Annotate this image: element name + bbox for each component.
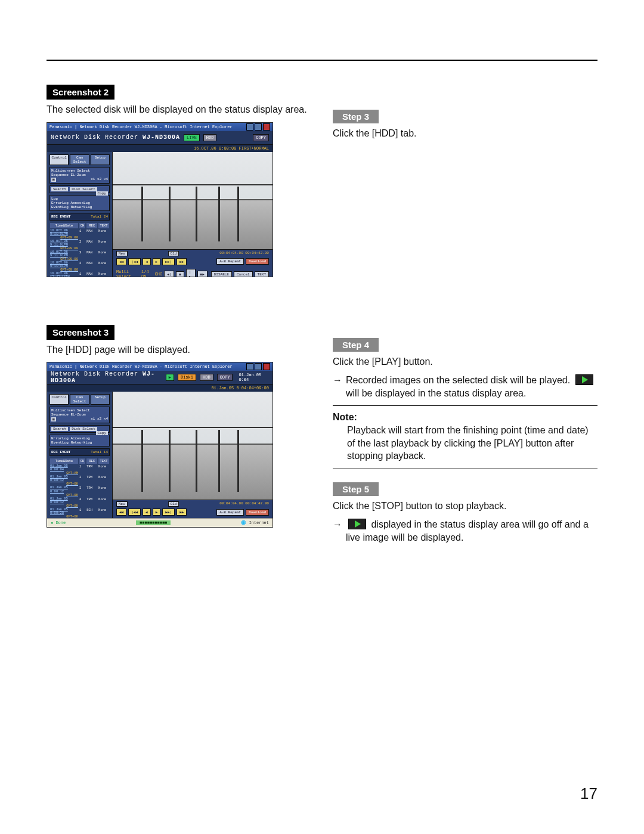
- new-button[interactable]: New: [116, 501, 128, 507]
- search-button[interactable]: Search: [51, 187, 68, 191]
- tab-control[interactable]: Control: [49, 154, 69, 165]
- text-button[interactable]: TEXT: [255, 271, 269, 277]
- event-row[interactable]: 16.OCT.06 12:42:16PMGMT+09:001MANNone: [49, 272, 110, 277]
- disk-indicator: Disk1: [178, 374, 196, 381]
- step4-label: Step 4: [333, 338, 379, 352]
- cancel-button[interactable]: Cancel: [234, 271, 253, 277]
- maximize-icon[interactable]: [255, 363, 262, 370]
- step-fwd-button[interactable]: |▶: [186, 269, 196, 277]
- window-titlebar: Panasonic | Network Disk Recorder WJ-ND3…: [47, 123, 273, 131]
- play-indicator-icon: [575, 374, 593, 385]
- ff-button[interactable]: ▶▶: [177, 258, 187, 265]
- hdd-indicator: HDD: [203, 134, 217, 141]
- tab-setup[interactable]: Setup: [91, 394, 110, 405]
- rec-button[interactable]: ■▶: [197, 271, 208, 277]
- right-column: Step 3 Click the [HDD] tab.: [333, 85, 597, 295]
- new-button[interactable]: New: [116, 251, 128, 256]
- play-button[interactable]: ▶: [153, 509, 161, 516]
- copy-indicator: COPY: [253, 134, 269, 141]
- ab-repeat-button[interactable]: A-B Repeat: [216, 509, 244, 516]
- download-button[interactable]: Download: [246, 509, 269, 516]
- live-indicator: LIVE: [184, 134, 200, 141]
- step-back-button[interactable]: ◀|: [164, 271, 174, 277]
- done-label: ● Done: [51, 520, 66, 525]
- tab-setup[interactable]: Setup: [91, 154, 110, 165]
- ab-repeat-button[interactable]: A-B Repeat: [216, 258, 244, 265]
- rec-event-header-b: REC EVENT Total 14: [49, 448, 110, 456]
- ff-button[interactable]: ▶▶: [177, 509, 187, 516]
- back-button[interactable]: ◀: [143, 258, 151, 265]
- step5-result-text: displayed in the status display area wil…: [346, 519, 589, 542]
- event-row[interactable]: 01.Jan.05 0:00:04GMT+AM1TRMNone: [49, 464, 110, 475]
- close-icon[interactable]: [263, 363, 270, 370]
- left-column-2: Screenshot 3 The [HDD] page will be disp…: [47, 325, 311, 550]
- arrow-icon: →: [333, 374, 346, 387]
- log-group: Log ErrorLog AccessLog EventLog NetworkL…: [49, 195, 110, 211]
- timestamp-range: 00:04:04.00 00:04:42.00: [219, 251, 269, 256]
- screenshot3-caption: The [HDD] page will be displayed.: [47, 343, 311, 356]
- panel-tabs-b: Control Cam Select Setup: [49, 394, 110, 405]
- copy-button[interactable]: Copy: [96, 191, 108, 196]
- section-screenshot3: Screenshot 3 The [HDD] page will be disp…: [47, 325, 597, 550]
- minimize-icon[interactable]: [246, 363, 253, 370]
- prev-button[interactable]: |◀◀: [128, 509, 141, 516]
- close-icon[interactable]: [263, 123, 270, 131]
- search-group-b: Search Disk Select Copy: [49, 425, 110, 433]
- back-button[interactable]: ◀: [143, 509, 151, 516]
- copy-button[interactable]: Copy: [96, 431, 108, 435]
- screenshot-label: Screenshot 2: [47, 85, 114, 100]
- event-row[interactable]: 16.OCT.06 9:11:01PMGMT+09:004MANNone: [49, 261, 110, 272]
- rew-button[interactable]: ◀◀: [116, 258, 126, 265]
- event-row[interactable]: 01.Jan.05 0:00:12GMT+OK3TRMNone: [49, 486, 110, 497]
- status-display: 16.OCT.06 0:00:00 FIRST+NORMAL: [47, 145, 273, 152]
- disk-select-button[interactable]: Disk Select: [70, 187, 97, 191]
- step4-result: → Recorded images on the selected disk w…: [333, 374, 597, 399]
- minimize-icon[interactable]: [246, 123, 253, 131]
- maximize-icon[interactable]: [255, 123, 262, 131]
- multiscreen-icon[interactable]: ▦: [51, 417, 56, 421]
- step5-result: → displayed in the status display area w…: [333, 518, 597, 544]
- app-header: Network Disk Recorder WJ-ND300A LIVE HDD…: [47, 131, 273, 145]
- search-button[interactable]: Search: [51, 427, 68, 431]
- next-button[interactable]: ▶▶|: [162, 509, 175, 516]
- left-panel: Control Cam Select Setup Multiscreen Sel…: [47, 152, 113, 277]
- old-button[interactable]: Old: [168, 501, 179, 507]
- multiscreen-icon[interactable]: ▦: [51, 178, 56, 182]
- timestamp-range-b: 00:04:04.00 00:04:42.00: [219, 501, 269, 507]
- event-row[interactable]: 01.Jan.05 0:00:12GMT+OK4TRMNone: [49, 497, 110, 508]
- play-button[interactable]: ▶: [153, 258, 161, 265]
- disable-button[interactable]: DISABLE: [211, 271, 232, 277]
- app-screenshot-2: Panasonic | Network Disk Recorder WJ-ND3…: [47, 122, 273, 277]
- download-button[interactable]: Download: [246, 258, 269, 265]
- old-button[interactable]: Old: [168, 251, 179, 256]
- event-row[interactable]: 01.Jan.05 0:00:12GMT+OK2TRMNone: [49, 475, 110, 486]
- event-row[interactable]: 16.OCT.06 9:11:01PMGMT+09:002MANNone: [49, 240, 110, 250]
- left-column: Screenshot 2 The selected disk will be d…: [47, 85, 311, 295]
- event-row[interactable]: 01.Jan.05 0:00:28GMT+OK1SCHNone: [49, 508, 110, 519]
- browser-statusbar: ● Done ■■■■■■■■■■■ 🌐 Internet: [47, 518, 273, 527]
- model-label-b: Network Disk Recorder WJ-ND300A: [51, 371, 162, 384]
- next-button[interactable]: ▶▶|: [162, 258, 175, 265]
- progress-bar: ■■■■■■■■■■■: [136, 520, 171, 525]
- note-block: Note: Playback will start from the finis…: [333, 405, 597, 469]
- section-screenshot2: Screenshot 2 The selected disk will be d…: [47, 85, 597, 295]
- step5-text: Click the [STOP] button to stop playback…: [333, 500, 597, 513]
- multiscreen-group: Multiscreen Select Sequence EL-Zoom ▦ x1…: [49, 167, 110, 184]
- tab-cam-select[interactable]: Cam Select: [70, 394, 89, 405]
- log-group-b: ErrorLog AccessLog EventLog NetworkLog: [49, 435, 110, 447]
- row2-label2: 1/4 ON: [141, 269, 153, 277]
- tab-cam-select[interactable]: Cam Select: [70, 154, 89, 165]
- event-row[interactable]: 16.OCT.06 9:11:01PMGMT+09:001MANNone: [49, 229, 110, 240]
- video-area-b: New Old 00:04:04.00 00:04:42.00 ◀◀ |◀◀ ◀…: [113, 392, 273, 528]
- internet-zone: 🌐 Internet: [241, 520, 269, 525]
- rew-button[interactable]: ◀◀: [116, 509, 126, 516]
- disk-select-button[interactable]: Disk Select: [70, 427, 97, 431]
- event-row[interactable]: 16.OCT.06 9:11:01PMGMT+09:003MANNone: [49, 250, 110, 261]
- prev-button[interactable]: |◀◀: [128, 258, 141, 265]
- stop-button[interactable]: ■: [176, 271, 184, 277]
- zoom-buttons[interactable]: x1 x2 x4: [91, 177, 108, 181]
- zoom-buttons[interactable]: x1 x2 x4: [91, 417, 108, 421]
- tab-control[interactable]: Control: [49, 394, 69, 405]
- step4-text: Click the [PLAY] button.: [333, 355, 597, 368]
- note-body: Playback will start from the finishing p…: [333, 424, 597, 463]
